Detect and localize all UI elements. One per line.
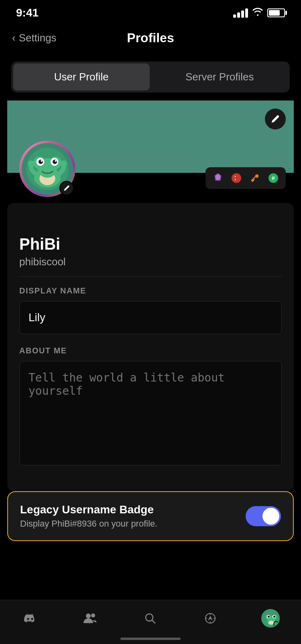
divider	[19, 276, 282, 277]
back-label: Settings	[19, 32, 57, 44]
legacy-badge-description: Display PhiBi#8936 on your profile.	[20, 519, 157, 529]
svg-point-13	[61, 160, 67, 166]
display-name-label: DISPLAY NAME	[19, 286, 282, 295]
about-me-textarea[interactable]	[19, 361, 282, 466]
status-bar: 9:41	[0, 0, 301, 23]
svg-point-23	[91, 613, 95, 617]
display-name-input[interactable]	[19, 301, 282, 334]
badge-crystal-icon	[210, 170, 226, 186]
nav-item-mentions[interactable]	[201, 609, 219, 627]
signal-icon	[233, 8, 248, 18]
profile-display-name: PhiBi	[19, 235, 282, 253]
svg-point-10	[41, 160, 43, 162]
svg-point-38	[268, 615, 270, 617]
back-chevron-icon: ‹	[12, 32, 16, 44]
avatar-ring	[19, 141, 75, 197]
nav-profile-avatar	[261, 609, 280, 628]
nav-item-home[interactable]	[21, 609, 39, 627]
edit-banner-button[interactable]	[265, 109, 286, 129]
badge-tools-icon	[247, 170, 262, 186]
wifi-icon	[252, 7, 263, 18]
svg-point-18	[256, 174, 258, 177]
toggle-thumb	[262, 508, 279, 525]
badge-hash-icon: #	[266, 170, 281, 186]
pencil-icon	[271, 115, 280, 123]
badge-nitro-icon	[229, 170, 244, 186]
battery-icon	[267, 8, 285, 17]
mentions-icon	[201, 609, 219, 627]
legacy-badge-title: Legacy Username Badge	[20, 503, 157, 516]
nav-header: ‹ Settings Profiles	[0, 23, 301, 53]
svg-text:#: #	[272, 175, 275, 181]
status-icons	[233, 7, 285, 18]
edit-avatar-button[interactable]	[59, 181, 74, 195]
friends-icon	[81, 609, 99, 627]
svg-point-19	[251, 179, 254, 182]
svg-point-39	[273, 615, 275, 617]
discord-icon	[21, 609, 39, 627]
svg-point-8	[39, 160, 43, 164]
svg-point-22	[86, 613, 91, 618]
svg-point-17	[235, 176, 238, 180]
back-button[interactable]: ‹ Settings	[12, 32, 57, 44]
tab-server-profiles[interactable]: Server Profiles	[152, 64, 288, 90]
tab-switcher: User Profile Server Profiles	[11, 62, 290, 92]
status-time: 9:41	[16, 6, 39, 19]
svg-point-9	[53, 160, 57, 164]
legacy-badge-text: Legacy Username Badge Display PhiBi#8936…	[20, 503, 157, 529]
svg-point-12	[28, 160, 34, 166]
page-title: Profiles	[127, 31, 174, 45]
home-indicator	[120, 638, 181, 640]
nav-item-search[interactable]	[141, 609, 159, 627]
search-icon	[141, 609, 159, 627]
nav-item-profile[interactable]	[261, 609, 280, 628]
content-area: PhiBi phibiscool DISPLAY NAME ABOUT ME L…	[0, 203, 301, 609]
about-me-label: ABOUT ME	[19, 346, 282, 355]
legacy-badge-toggle[interactable]	[246, 506, 281, 526]
profile-card: PhiBi phibiscool DISPLAY NAME ABOUT ME	[7, 203, 294, 491]
tab-user-profile[interactable]: User Profile	[13, 64, 150, 90]
badges-row: #	[205, 167, 286, 189]
profile-username: phibiscool	[19, 256, 282, 268]
avatar-pencil-icon	[63, 185, 70, 191]
svg-point-11	[55, 160, 57, 162]
avatar-container	[19, 141, 75, 197]
legacy-badge-card: Legacy Username Badge Display PhiBi#8936…	[7, 491, 294, 541]
svg-line-25	[152, 620, 155, 623]
nav-item-friends[interactable]	[81, 609, 99, 627]
